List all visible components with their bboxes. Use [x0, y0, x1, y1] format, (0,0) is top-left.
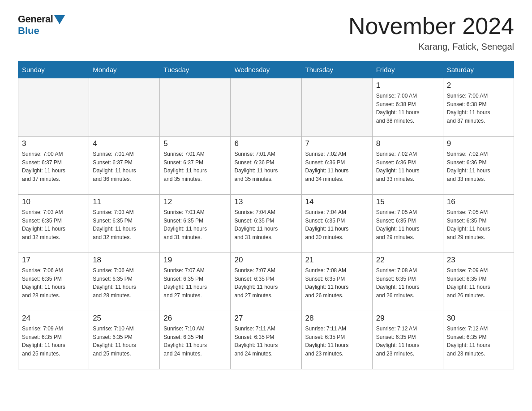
day-number: 7 — [305, 139, 369, 148]
calendar-cell: 18Sunrise: 7:06 AM Sunset: 6:35 PM Dayli… — [89, 253, 160, 311]
day-number: 15 — [376, 197, 439, 206]
day-info: Sunrise: 7:06 AM Sunset: 6:35 PM Dayligh… — [22, 266, 85, 300]
day-number: 12 — [163, 197, 227, 206]
day-number: 3 — [22, 139, 85, 148]
calendar-cell: 19Sunrise: 7:07 AM Sunset: 6:35 PM Dayli… — [160, 253, 231, 311]
day-info: Sunrise: 7:12 AM Sunset: 6:35 PM Dayligh… — [376, 325, 439, 358]
day-info: Sunrise: 7:00 AM Sunset: 6:38 PM Dayligh… — [376, 92, 439, 125]
calendar-cell: 29Sunrise: 7:12 AM Sunset: 6:35 PM Dayli… — [372, 311, 443, 369]
calendar-cell: 15Sunrise: 7:05 AM Sunset: 6:35 PM Dayli… — [372, 195, 443, 253]
day-number: 13 — [234, 197, 297, 206]
day-info: Sunrise: 7:04 AM Sunset: 6:35 PM Dayligh… — [305, 208, 369, 241]
logo-triangle-icon — [54, 15, 65, 24]
header: General Blue November 2024 Karang, Fatic… — [18, 13, 514, 52]
calendar-cell: 4Sunrise: 7:01 AM Sunset: 6:37 PM Daylig… — [89, 137, 160, 195]
column-header-saturday: Saturday — [443, 61, 514, 78]
calendar-cell: 12Sunrise: 7:03 AM Sunset: 6:35 PM Dayli… — [160, 195, 231, 253]
day-number: 5 — [163, 139, 227, 148]
calendar-cell: 5Sunrise: 7:01 AM Sunset: 6:37 PM Daylig… — [160, 137, 231, 195]
calendar-cell — [18, 78, 89, 137]
calendar-cell: 23Sunrise: 7:09 AM Sunset: 6:35 PM Dayli… — [443, 253, 514, 311]
day-number: 23 — [447, 256, 510, 265]
day-number: 26 — [163, 314, 227, 323]
day-info: Sunrise: 7:03 AM Sunset: 6:35 PM Dayligh… — [22, 208, 85, 241]
day-info: Sunrise: 7:05 AM Sunset: 6:35 PM Dayligh… — [376, 208, 439, 241]
calendar-cell: 26Sunrise: 7:10 AM Sunset: 6:35 PM Dayli… — [160, 311, 231, 369]
day-number: 21 — [305, 256, 369, 265]
calendar-cell: 3Sunrise: 7:00 AM Sunset: 6:37 PM Daylig… — [18, 137, 89, 195]
day-number: 8 — [376, 139, 439, 148]
calendar-cell: 20Sunrise: 7:07 AM Sunset: 6:35 PM Dayli… — [231, 253, 301, 311]
day-info: Sunrise: 7:11 AM Sunset: 6:35 PM Dayligh… — [234, 325, 297, 358]
day-info: Sunrise: 7:12 AM Sunset: 6:35 PM Dayligh… — [447, 325, 510, 358]
day-info: Sunrise: 7:05 AM Sunset: 6:35 PM Dayligh… — [447, 208, 510, 241]
day-info: Sunrise: 7:02 AM Sunset: 6:36 PM Dayligh… — [305, 150, 369, 183]
calendar-cell: 24Sunrise: 7:09 AM Sunset: 6:35 PM Dayli… — [18, 311, 89, 369]
day-info: Sunrise: 7:00 AM Sunset: 6:38 PM Dayligh… — [447, 92, 510, 125]
calendar-cell: 8Sunrise: 7:02 AM Sunset: 6:36 PM Daylig… — [372, 137, 443, 195]
title-area: November 2024 Karang, Fatick, Senegal — [348, 13, 514, 52]
calendar-cell: 21Sunrise: 7:08 AM Sunset: 6:35 PM Dayli… — [301, 253, 372, 311]
calendar-cell: 14Sunrise: 7:04 AM Sunset: 6:35 PM Dayli… — [301, 195, 372, 253]
calendar-cell: 7Sunrise: 7:02 AM Sunset: 6:36 PM Daylig… — [301, 137, 372, 195]
column-header-tuesday: Tuesday — [160, 61, 231, 78]
day-number: 9 — [447, 139, 510, 148]
day-info: Sunrise: 7:01 AM Sunset: 6:36 PM Dayligh… — [234, 150, 297, 183]
day-number: 18 — [93, 256, 156, 265]
calendar-header-row: SundayMondayTuesdayWednesdayThursdayFrid… — [18, 61, 514, 78]
calendar-week-row: 10Sunrise: 7:03 AM Sunset: 6:35 PM Dayli… — [18, 195, 514, 253]
calendar-week-row: 24Sunrise: 7:09 AM Sunset: 6:35 PM Dayli… — [18, 311, 514, 369]
day-info: Sunrise: 7:02 AM Sunset: 6:36 PM Dayligh… — [376, 150, 439, 183]
day-number: 4 — [93, 139, 156, 148]
calendar-cell: 27Sunrise: 7:11 AM Sunset: 6:35 PM Dayli… — [231, 311, 301, 369]
day-info: Sunrise: 7:08 AM Sunset: 6:35 PM Dayligh… — [376, 266, 439, 300]
day-info: Sunrise: 7:02 AM Sunset: 6:36 PM Dayligh… — [447, 150, 510, 183]
calendar-cell: 6Sunrise: 7:01 AM Sunset: 6:36 PM Daylig… — [231, 137, 301, 195]
calendar-cell: 22Sunrise: 7:08 AM Sunset: 6:35 PM Dayli… — [372, 253, 443, 311]
calendar-title: November 2024 — [348, 13, 514, 39]
day-number: 28 — [305, 314, 369, 323]
day-info: Sunrise: 7:03 AM Sunset: 6:35 PM Dayligh… — [93, 208, 156, 241]
calendar-cell — [231, 78, 301, 137]
day-number: 16 — [447, 197, 510, 206]
calendar-cell — [89, 78, 160, 137]
day-info: Sunrise: 7:07 AM Sunset: 6:35 PM Dayligh… — [234, 266, 297, 300]
day-number: 2 — [447, 81, 510, 90]
calendar-cell — [301, 78, 372, 137]
day-info: Sunrise: 7:06 AM Sunset: 6:35 PM Dayligh… — [93, 266, 156, 300]
day-number: 1 — [376, 81, 439, 90]
column-header-wednesday: Wednesday — [231, 61, 301, 78]
logo-blue-text: Blue — [18, 25, 39, 37]
day-number: 30 — [447, 314, 510, 323]
day-number: 6 — [234, 139, 297, 148]
day-info: Sunrise: 7:09 AM Sunset: 6:35 PM Dayligh… — [22, 325, 85, 358]
column-header-friday: Friday — [372, 61, 443, 78]
day-info: Sunrise: 7:07 AM Sunset: 6:35 PM Dayligh… — [163, 266, 227, 300]
day-info: Sunrise: 7:10 AM Sunset: 6:35 PM Dayligh… — [93, 325, 156, 358]
day-number: 29 — [376, 314, 439, 323]
calendar-cell — [160, 78, 231, 137]
day-number: 22 — [376, 256, 439, 265]
calendar-week-row: 17Sunrise: 7:06 AM Sunset: 6:35 PM Dayli… — [18, 253, 514, 311]
day-info: Sunrise: 7:11 AM Sunset: 6:35 PM Dayligh… — [305, 325, 369, 358]
day-number: 11 — [93, 197, 156, 206]
day-info: Sunrise: 7:01 AM Sunset: 6:37 PM Dayligh… — [163, 150, 227, 183]
day-number: 14 — [305, 197, 369, 206]
calendar-subtitle: Karang, Fatick, Senegal — [348, 42, 514, 52]
calendar-cell: 17Sunrise: 7:06 AM Sunset: 6:35 PM Dayli… — [18, 253, 89, 311]
day-info: Sunrise: 7:00 AM Sunset: 6:37 PM Dayligh… — [22, 150, 85, 183]
column-header-sunday: Sunday — [18, 61, 89, 78]
calendar-cell: 9Sunrise: 7:02 AM Sunset: 6:36 PM Daylig… — [443, 137, 514, 195]
day-number: 27 — [234, 314, 297, 323]
calendar-cell: 28Sunrise: 7:11 AM Sunset: 6:35 PM Dayli… — [301, 311, 372, 369]
day-number: 10 — [22, 197, 85, 206]
day-info: Sunrise: 7:01 AM Sunset: 6:37 PM Dayligh… — [93, 150, 156, 183]
calendar-cell: 2Sunrise: 7:00 AM Sunset: 6:38 PM Daylig… — [443, 78, 514, 137]
calendar-cell: 25Sunrise: 7:10 AM Sunset: 6:35 PM Dayli… — [89, 311, 160, 369]
calendar-cell: 13Sunrise: 7:04 AM Sunset: 6:35 PM Dayli… — [231, 195, 301, 253]
day-number: 19 — [163, 256, 227, 265]
calendar-cell: 16Sunrise: 7:05 AM Sunset: 6:35 PM Dayli… — [443, 195, 514, 253]
logo: General Blue — [18, 13, 65, 37]
column-header-monday: Monday — [89, 61, 160, 78]
column-header-thursday: Thursday — [301, 61, 372, 78]
